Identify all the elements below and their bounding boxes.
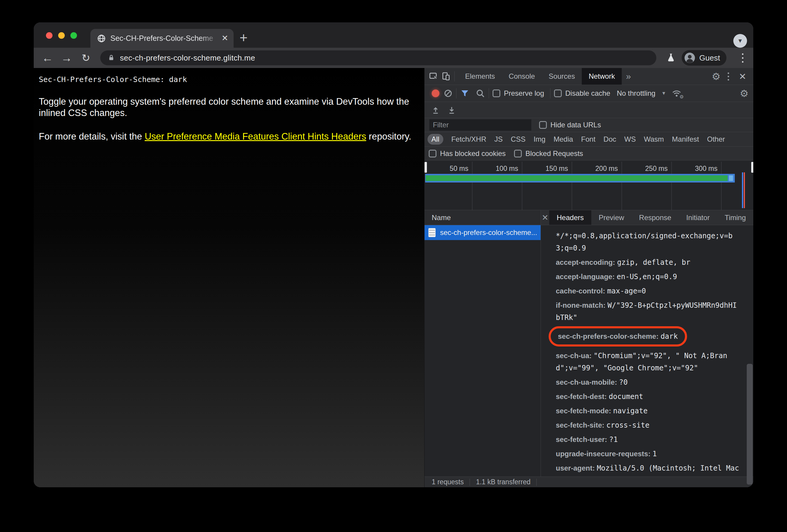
paragraph-text: repository. xyxy=(366,131,411,142)
timeline-tick-label: 250 ms xyxy=(645,164,668,173)
filter-chip[interactable]: All xyxy=(427,134,443,145)
devtools-tab[interactable]: Elements xyxy=(458,68,502,85)
reload-button[interactable]: ↻ xyxy=(78,48,94,68)
name-column-header[interactable]: Name xyxy=(425,210,540,225)
filter-chip[interactable]: Wasm xyxy=(644,135,664,143)
new-tab-button[interactable]: + xyxy=(239,31,248,44)
repository-link[interactable]: User Preference Media Features Client Hi… xyxy=(145,131,366,142)
throttling-select[interactable]: No throttling xyxy=(617,89,655,97)
request-details-pane: ✕ HeadersPreviewResponseInitiatorTiming … xyxy=(541,210,753,476)
hide-data-urls-label: Hide data URLs xyxy=(550,121,601,129)
close-details-icon[interactable]: ✕ xyxy=(541,213,549,222)
timeline-tick-label: 150 ms xyxy=(546,164,568,173)
timeline-gridline: 100 ms xyxy=(472,162,523,210)
device-toolbar-icon[interactable] xyxy=(441,71,451,81)
timeline-tick-label: 50 ms xyxy=(450,164,468,173)
preserve-log-label: Preserve log xyxy=(504,89,544,97)
avatar-icon xyxy=(684,52,696,64)
hide-data-urls-checkbox[interactable] xyxy=(539,121,547,129)
devtools-settings-icon[interactable]: ⚙ xyxy=(711,71,721,82)
clear-network-log-icon[interactable] xyxy=(444,89,452,98)
search-icon[interactable] xyxy=(475,89,485,98)
filter-chip[interactable]: Other xyxy=(707,135,725,143)
globe-favicon-icon xyxy=(97,34,106,43)
zoom-window-button[interactable] xyxy=(70,32,77,39)
timeline-tick-label: 200 ms xyxy=(595,164,618,173)
document-icon xyxy=(428,228,435,237)
waterfall-download-segment xyxy=(426,175,728,181)
devtools-tabs: ElementsConsoleSourcesNetwork xyxy=(458,68,622,85)
details-tab[interactable]: Initiator xyxy=(679,210,717,225)
paragraph-text: For more details, visit the xyxy=(39,131,145,142)
devtools-tab[interactable]: Network xyxy=(582,68,622,85)
toolbar-collapse-button[interactable]: ▼ xyxy=(733,34,747,48)
record-network-log-button[interactable] xyxy=(432,89,440,97)
import-har-icon[interactable] xyxy=(431,106,440,114)
has-blocked-cookies-checkbox[interactable] xyxy=(429,150,437,157)
address-bar[interactable]: sec-ch-prefers-color-scheme.glitch.me xyxy=(100,50,656,65)
details-tab[interactable]: Preview xyxy=(591,210,632,225)
network-settings-icon[interactable]: ⚙ xyxy=(740,88,753,99)
tab-close-icon[interactable]: ✕ xyxy=(221,34,228,42)
export-har-icon[interactable] xyxy=(447,106,456,114)
has-blocked-cookies-label: Has blocked cookies xyxy=(440,149,506,158)
minimize-window-button[interactable] xyxy=(58,32,65,39)
filter-chip[interactable]: Fetch/XHR xyxy=(451,135,486,143)
filter-chip[interactable]: Img xyxy=(533,135,545,143)
close-window-button[interactable] xyxy=(46,32,52,39)
network-conditions-icon[interactable]: ⚙ xyxy=(672,88,682,98)
filter-chip[interactable]: Doc xyxy=(603,135,616,143)
devtools-menu-icon[interactable] xyxy=(722,72,734,81)
details-tab[interactable]: Response xyxy=(632,210,679,225)
more-tabs-icon[interactable]: » xyxy=(626,71,631,82)
preserve-log-checkbox[interactable] xyxy=(492,89,500,97)
browser-tab[interactable]: Sec-CH-Prefers-Color-Scheme ✕ xyxy=(90,29,234,48)
header-entry: if-none-match: W/"392-B+pCtpzl+pyWUSHMRn… xyxy=(556,299,740,324)
filter-chip[interactable]: Media xyxy=(553,135,573,143)
navigation-bar: ← → ↻ sec-ch-prefers-color-scheme.glitch… xyxy=(34,48,753,68)
timeline-gridline: 50 ms xyxy=(425,162,472,210)
overview-right-handle[interactable] xyxy=(751,162,753,173)
filter-row: Hide data URLs xyxy=(425,118,753,132)
header-entry: accept-encoding: gzip, deflate, br xyxy=(556,256,740,269)
filter-chip[interactable]: Manifest xyxy=(672,135,699,143)
header-entry: upgrade-insecure-requests: 1 xyxy=(556,448,740,460)
filter-chip[interactable]: JS xyxy=(494,135,503,143)
request-list: Name sec-ch-prefers-color-scheme... xyxy=(425,210,541,476)
overview-left-handle[interactable] xyxy=(425,162,427,173)
browser-menu-icon[interactable] xyxy=(737,52,748,64)
page-content: Sec-CH-Prefers-Color-Scheme: dark Toggle… xyxy=(34,68,424,487)
forward-button[interactable]: → xyxy=(58,48,75,68)
blocked-requests-checkbox[interactable] xyxy=(514,150,522,157)
experiments-flask-icon[interactable] xyxy=(665,52,676,63)
filter-funnel-icon[interactable] xyxy=(460,89,470,98)
har-row xyxy=(425,102,753,118)
disable-cache-checkbox[interactable] xyxy=(554,89,562,97)
filter-chip[interactable]: Font xyxy=(581,135,595,143)
back-button[interactable]: ← xyxy=(39,48,56,68)
devtools-close-icon[interactable]: ✕ xyxy=(736,71,749,82)
scrollbar-thumb[interactable] xyxy=(747,364,753,485)
filter-input[interactable] xyxy=(429,119,531,131)
devtools-tab[interactable]: Console xyxy=(502,68,542,85)
request-waterfall-bar[interactable] xyxy=(425,174,735,182)
page-paragraph-1: Toggle your operating system's preferred… xyxy=(39,96,412,119)
header-entry: accept-language: en-US,en;q=0.9 xyxy=(556,270,740,283)
requests-count: 1 requests xyxy=(425,479,470,486)
filter-chip[interactable]: WS xyxy=(624,135,636,143)
resource-type-filters: AllFetch/XHRJSCSSImgMediaFontDocWSWasmMa… xyxy=(425,132,753,147)
details-tab[interactable]: Timing xyxy=(717,210,753,225)
divider xyxy=(454,71,455,82)
window-controls xyxy=(46,32,77,39)
request-row[interactable]: sec-ch-prefers-color-scheme... xyxy=(425,225,540,240)
titlebar: Sec-CH-Prefers-Color-Scheme ✕ + ▼ xyxy=(34,22,753,48)
inspect-element-icon[interactable] xyxy=(429,71,438,81)
devtools-tab[interactable]: Sources xyxy=(542,68,582,85)
timeline-gridline: 250 ms xyxy=(622,162,672,210)
network-overview-timeline[interactable]: 50 ms100 ms150 ms200 ms250 ms300 ms xyxy=(425,160,753,210)
filter-chip[interactable]: CSS xyxy=(511,135,525,143)
details-tab[interactable]: Headers xyxy=(549,210,591,225)
chevron-down-icon[interactable]: ▼ xyxy=(661,91,666,96)
profile-button[interactable]: Guest xyxy=(682,50,726,66)
lock-icon[interactable] xyxy=(107,54,115,62)
